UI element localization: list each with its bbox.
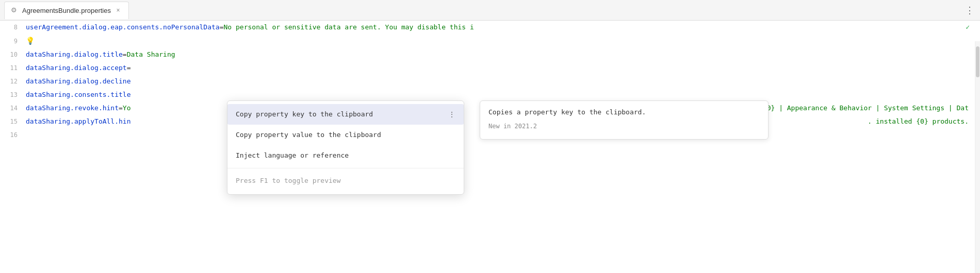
line-right-15: . installed {0} products. [868, 115, 969, 128]
more-options-button[interactable]: ⋮ [963, 4, 976, 16]
line-number-9: 9 [0, 35, 26, 48]
tab-filename: AgreementsBundle.properties [22, 7, 111, 14]
line-number-15: 15 [0, 115, 26, 128]
line-content-12: dataSharing.dialog.decline [26, 75, 980, 88]
menu-item-inject-label: Inject language or reference [236, 149, 349, 162]
line-content-13: dataSharing.consents.title [26, 88, 980, 101]
tab-agreements[interactable]: ⚙ AgreementsBundle.properties × [4, 2, 129, 19]
line-content-11: dataSharing.dialog.accept= [26, 61, 980, 75]
line-right-14: {0} | Appearance & Behavior | System Set… [763, 101, 969, 115]
editor-line-9: 9 💡 [0, 34, 980, 48]
tab-close-button[interactable]: × [114, 6, 122, 14]
line-content-8: userAgreement.dialog.eap.consents.noPers… [26, 21, 980, 34]
editor-line-10: 10 dataSharing.dialog.title=Data Sharing [0, 48, 980, 61]
line-number-10: 10 [0, 48, 26, 61]
menu-item-inject-language[interactable]: Inject language or reference [227, 145, 464, 166]
line-content-9: 💡 [26, 34, 980, 48]
menu-item-copy-value-label: Copy property value to the clipboard [236, 128, 381, 142]
editor-line-8: 8 userAgreement.dialog.eap.consents.noPe… [0, 21, 980, 34]
line-number-13: 13 [0, 88, 26, 101]
settings-icon: ⚙ [11, 6, 19, 14]
tab-bar: ⚙ AgreementsBundle.properties × ⋮ [0, 0, 980, 21]
menu-item-copy-key[interactable]: Copy property key to the clipboard ⋮ [227, 104, 464, 125]
menu-footer-label: Press F1 to toggle preview [236, 174, 341, 187]
editor-line-13: 13 dataSharing.consents.title [0, 88, 980, 101]
editor-line-11: 11 dataSharing.dialog.accept= [0, 61, 980, 75]
description-sub: New in 2021.2 [488, 120, 760, 133]
menu-item-footer: Press F1 to toggle preview [227, 170, 464, 191]
editor-line-12: 12 dataSharing.dialog.decline [0, 75, 980, 88]
line-number-14: 14 [0, 101, 26, 115]
lightbulb-icon: 💡 [26, 37, 35, 45]
line-number-8: 8 [0, 21, 26, 34]
description-panel: Copies a property key to the clipboard. … [480, 100, 769, 140]
line-content-10: dataSharing.dialog.title=Data Sharing [26, 48, 980, 61]
line-check-8: ✓ [966, 21, 970, 34]
description-text: Copies a property key to the clipboard. [488, 107, 760, 117]
scrollbar[interactable] [975, 41, 980, 273]
menu-item-copy-value[interactable]: Copy property value to the clipboard [227, 125, 464, 145]
line-number-11: 11 [0, 61, 26, 75]
menu-dots-icon: ⋮ [448, 108, 455, 121]
scrollbar-thumb[interactable] [976, 46, 979, 77]
line-number-12: 12 [0, 75, 26, 88]
menu-item-copy-key-label: Copy property key to the clipboard [236, 108, 373, 121]
editor-area: 8 userAgreement.dialog.eap.consents.noPe… [0, 21, 980, 273]
line-number-16: 16 [0, 128, 26, 142]
menu-divider [227, 168, 464, 168]
context-menu: Copy property key to the clipboard ⋮ Cop… [227, 100, 464, 195]
